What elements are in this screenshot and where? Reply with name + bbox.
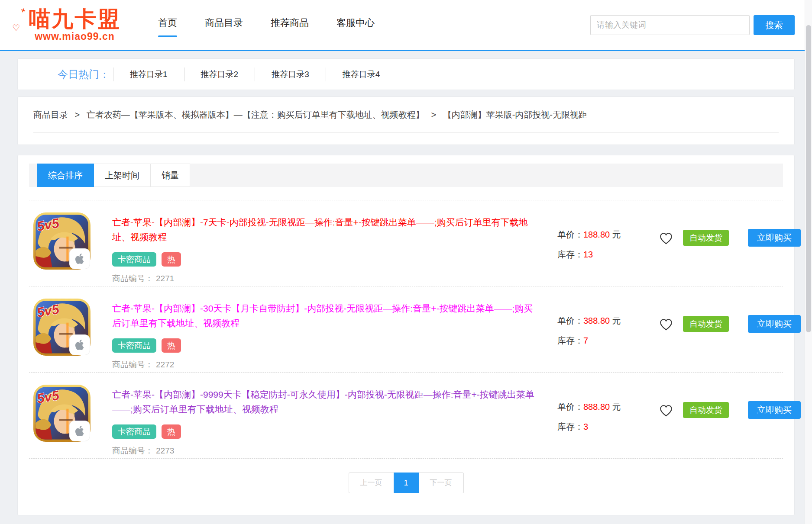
breadcrumb-separator: > [75, 110, 80, 119]
auto-ship-badge[interactable]: 自动发货 [683, 230, 729, 246]
sku-label: 商品编号： [112, 446, 153, 455]
price-column: 单价：188.80元 库存：13 [557, 212, 649, 284]
hot-category-4[interactable]: 推荐目录4 [326, 68, 397, 81]
sku-label: 商品编号： [112, 274, 153, 283]
product-info: 亡者-苹果-【内部澜】-30天卡【月卡自带防封】-内部投视-无限视距—操作:音量… [112, 298, 541, 370]
pagination-prev-button[interactable]: 上一页 [349, 473, 394, 493]
hot-category-2[interactable]: 推荐目录2 [184, 68, 255, 81]
heart-icon [658, 316, 674, 332]
product-info: 亡者-苹果-【内部澜】-9999天卡【稳定防封-可永久使用】-内部投视-无限视距… [112, 384, 541, 456]
product-sku: 商品编号：2273 [112, 445, 541, 456]
unit-price: 单价：388.80元 [557, 315, 649, 327]
buy-now-button[interactable]: 立即购买 [748, 315, 801, 333]
sort-bar: 综合排序 上架时间 销量 [29, 164, 783, 187]
product-title[interactable]: 亡者-苹果-【内部澜】-9999天卡【稳定防封-可永久使用】-内部投视-无限视距… [112, 387, 541, 417]
buy-now-button[interactable]: 立即购买 [748, 401, 801, 419]
apple-badge [69, 334, 90, 355]
search-area: 搜索 [590, 15, 795, 35]
hot-category-3[interactable]: 推荐目录3 [255, 68, 326, 81]
breadcrumb-current[interactable]: 【内部澜】苹果版-内部投视-无限视距 [443, 110, 587, 119]
buy-now-button[interactable]: 立即购买 [748, 229, 801, 247]
price-value: 188.80 [583, 230, 610, 239]
sort-tab-listing-time[interactable]: 上架时间 [94, 164, 151, 187]
auto-ship-badge[interactable]: 自动发货 [683, 402, 729, 418]
main-nav: 首页 商品目录 推荐商品 客服中心 [158, 13, 375, 37]
scrollbar-track[interactable] [805, 0, 812, 524]
favorite-button[interactable] [649, 384, 683, 456]
breadcrumb-root[interactable]: 商品目录 [33, 110, 68, 119]
price-value: 388.80 [583, 316, 610, 325]
product-tags: 卡密商品 热 [112, 424, 541, 439]
sku-value: 2273 [156, 446, 174, 455]
sort-tab-composite[interactable]: 综合排序 [37, 164, 94, 187]
nav-item-recommended[interactable]: 推荐商品 [271, 13, 309, 37]
product-title[interactable]: 亡者-苹果-【内部澜】-7天卡-内部投视-无限视距—操作:音量+-按键跳出菜单—… [112, 215, 541, 244]
product-title[interactable]: 亡者-苹果-【内部澜】-30天卡【月卡自带防封】-内部投视-无限视距—操作:音量… [112, 301, 541, 331]
price-label: 单价： [557, 230, 583, 239]
unit-price: 单价：188.80元 [557, 229, 649, 241]
stock-label: 库存： [557, 422, 583, 431]
auto-ship-badge[interactable]: 自动发货 [683, 316, 729, 332]
price-unit: 元 [612, 402, 621, 411]
product-image[interactable] [32, 384, 91, 443]
site-header: + ♡ 喵九卡盟 www.miao99.cn 首页 商品目录 推荐商品 客服中心… [0, 0, 812, 51]
brand-domain: www.miao99.cn [17, 31, 132, 42]
sku-label: 商品编号： [112, 360, 153, 369]
price-label: 单价： [557, 402, 583, 411]
stock-value: 13 [583, 250, 593, 259]
search-input[interactable] [590, 15, 750, 35]
product-rows: 亡者-苹果-【内部澜】-7天卡-内部投视-无限视距—操作:音量+-按键跳出菜单—… [29, 200, 783, 459]
product-row: 亡者-苹果-【内部澜】-30天卡【月卡自带防封】-内部投视-无限视距—操作:音量… [29, 286, 783, 372]
price-label: 单价： [557, 316, 583, 325]
active-nav-underline [158, 35, 177, 37]
sku-value: 2271 [156, 274, 174, 283]
nav-item-catalog[interactable]: 商品目录 [205, 13, 243, 37]
price-value: 888.80 [583, 402, 610, 411]
stock: 库存：7 [557, 335, 649, 347]
pagination-page-1[interactable]: 1 [394, 473, 419, 493]
nav-item-home[interactable]: 首页 [158, 13, 177, 37]
tag-card-product: 卡密商品 [112, 338, 156, 353]
apple-logo-icon [73, 338, 86, 351]
stock: 库存：13 [557, 249, 649, 260]
favorite-button[interactable] [649, 212, 683, 284]
scrollbar-thumb[interactable] [806, 25, 811, 332]
product-row: 亡者-苹果-【内部澜】-7天卡-内部投视-无限视距—操作:音量+-按键跳出菜单—… [29, 200, 783, 286]
stock: 库存：3 [557, 421, 649, 433]
search-button[interactable]: 搜索 [754, 15, 795, 35]
product-image[interactable] [32, 212, 91, 270]
nav-item-support[interactable]: 客服中心 [336, 13, 375, 37]
stock-label: 库存： [557, 336, 583, 345]
product-sku: 商品编号：2272 [112, 359, 541, 370]
brand-name: 喵九卡盟 [17, 8, 132, 31]
hot-category-1[interactable]: 推荐目录1 [113, 68, 184, 81]
product-tags: 卡密商品 热 [112, 252, 541, 267]
tag-card-product: 卡密商品 [112, 424, 156, 439]
breadcrumb: 商品目录 > 亡者农药—【苹果版本、模拟器版本】—【注意：购买后订单里有下载地址… [33, 109, 779, 133]
tag-card-product: 卡密商品 [112, 252, 156, 267]
price-column: 单价：888.80元 库存：3 [557, 384, 649, 456]
apple-badge [69, 248, 90, 269]
stock-value: 3 [583, 422, 588, 431]
breadcrumb-card: 商品目录 > 亡者农药—【苹果版本、模拟器版本】—【注意：购买后订单里有下载地址… [17, 96, 795, 145]
breadcrumb-category[interactable]: 亡者农药—【苹果版本、模拟器版本】—【注意：购买后订单里有下载地址、视频教程】 [87, 110, 424, 119]
sort-tab-sales[interactable]: 销量 [151, 164, 190, 187]
stock-value: 7 [583, 336, 588, 345]
site-logo[interactable]: + ♡ 喵九卡盟 www.miao99.cn [17, 8, 132, 42]
logo-heart-icon: ♡ [12, 23, 20, 33]
today-hot-label: 今日热门： [58, 68, 110, 81]
favorite-button[interactable] [649, 298, 683, 370]
price-column: 单价：388.80元 库存：7 [557, 298, 649, 370]
tag-hot: 热 [162, 424, 181, 439]
pagination-next-button[interactable]: 下一页 [419, 473, 464, 493]
tag-hot: 热 [162, 252, 181, 267]
today-hot-bar: 今日热门： 推荐目录1 推荐目录2 推荐目录3 推荐目录4 [17, 58, 795, 90]
nav-item-label: 客服中心 [336, 17, 375, 28]
product-tags: 卡密商品 热 [112, 338, 541, 353]
apple-logo-icon [73, 252, 86, 265]
product-image[interactable] [32, 298, 91, 357]
pagination: 上一页 1 下一页 [29, 473, 783, 493]
apple-logo-icon [73, 424, 86, 437]
product-sku: 商品编号：2271 [112, 273, 541, 284]
heart-icon [658, 402, 674, 418]
